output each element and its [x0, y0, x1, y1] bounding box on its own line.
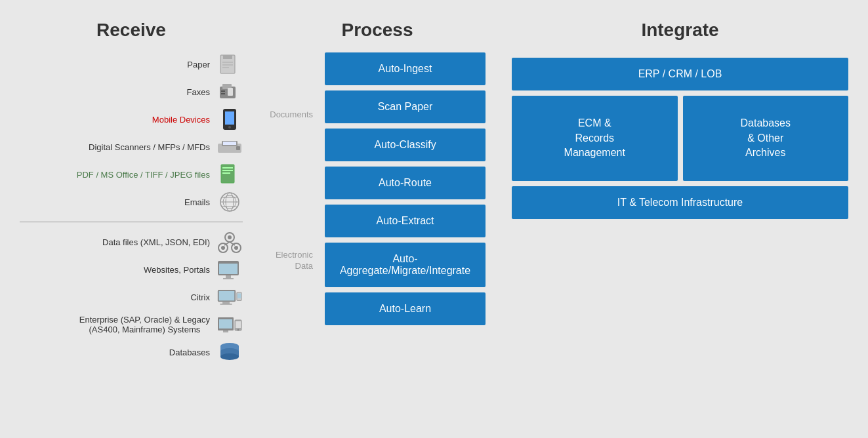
auto-extract-button[interactable]: Auto-Extract	[325, 205, 486, 237]
integrate-row-2: ECM & Records Management Databases & Oth…	[512, 96, 848, 181]
receive-item-label: PDF / MS Office / TIFF / JPEG files	[77, 170, 210, 180]
receive-items-list: Paper Faxes Mobile Devices	[20, 52, 243, 364]
svg-rect-41	[222, 302, 230, 304]
svg-rect-2	[222, 62, 233, 63]
process-title: Process	[269, 20, 486, 41]
receive-item-label: Databases	[169, 348, 210, 357]
integrate-column: Integrate ERP / CRM / LOB ECM & Records …	[499, 13, 861, 425]
svg-rect-38	[223, 278, 234, 279]
list-item: Paper	[20, 52, 243, 76]
receive-item-label: Websites, Portals	[144, 265, 210, 275]
receive-item-label: Citrix	[190, 292, 210, 302]
citrix-icon	[217, 285, 243, 309]
auto-learn-button[interactable]: Auto-Learn	[325, 292, 486, 325]
svg-rect-40	[219, 291, 235, 301]
integrate-row-3: IT & Telecom Infrastructure	[512, 186, 848, 219]
auto-classify-button[interactable]: Auto-Classify	[325, 129, 486, 161]
process-column: Process Documents Electronic Data Auto-I…	[256, 13, 499, 425]
svg-rect-16	[236, 146, 240, 150]
svg-rect-18	[222, 167, 233, 169]
svg-rect-4	[222, 67, 229, 68]
svg-rect-9	[221, 93, 225, 94]
svg-rect-49	[236, 321, 241, 328]
scanner-icon	[217, 135, 243, 159]
auto-aggregate-button[interactable]: Auto-Aggregate/Migrate/Integrate	[325, 243, 486, 287]
process-labels-side: Documents Electronic Data	[269, 52, 325, 346]
auto-ingest-button[interactable]: Auto-Ingest	[325, 52, 486, 85]
list-item: Data files (XML, JSON, EDI)	[20, 230, 243, 254]
receive-item-label: Digital Scanners / MFPs / MFDs	[89, 142, 210, 152]
it-telecom-button[interactable]: IT & Telecom Infrastructure	[512, 186, 848, 219]
main-container: Receive Paper Faxes Mobile Devices	[0, 0, 868, 438]
svg-rect-46	[219, 319, 232, 328]
svg-rect-44	[238, 294, 241, 298]
email-icon	[217, 190, 243, 214]
scan-paper-button[interactable]: Scan Paper	[325, 90, 486, 123]
svg-rect-19	[222, 170, 233, 171]
list-item: Enterprise (SAP, Oracle) & Legacy(AS400,…	[20, 313, 243, 336]
receive-item-label: Enterprise (SAP, Oracle) & Legacy(AS400,…	[79, 315, 210, 334]
list-item: Citrix	[20, 285, 243, 309]
svg-point-34	[234, 246, 238, 250]
receive-item-label: Data files (XML, JSON, EDI)	[102, 237, 210, 247]
electronic-label: Electronic Data	[276, 250, 320, 272]
svg-point-50	[238, 329, 239, 331]
svg-rect-36	[219, 264, 238, 274]
receive-item-label: Mobile Devices	[152, 115, 210, 125]
databases-archives-button[interactable]: Databases & Other Archives	[683, 96, 849, 181]
list-item: Digital Scanners / MFPs / MFDs	[20, 135, 243, 159]
mobile-icon	[217, 108, 243, 131]
list-item: Mobile Devices	[20, 108, 243, 131]
fax-icon	[217, 80, 243, 104]
svg-point-32	[228, 235, 232, 239]
svg-rect-3	[222, 64, 233, 66]
enterprise-icon	[217, 313, 243, 336]
list-item: Emails	[20, 190, 243, 214]
svg-rect-42	[220, 304, 232, 305]
receive-item-label: Faxes	[187, 87, 210, 97]
ecm-records-button[interactable]: ECM & Records Management	[512, 96, 678, 181]
process-main: Documents Electronic Data Auto-Ingest Sc…	[269, 52, 486, 346]
list-item: Databases	[20, 340, 243, 364]
websites-icon	[217, 258, 243, 281]
svg-rect-15	[223, 142, 236, 145]
receive-column: Receive Paper Faxes Mobile Devices	[7, 13, 256, 425]
svg-point-33	[221, 246, 225, 250]
svg-rect-8	[221, 90, 225, 92]
list-item: Websites, Portals	[20, 258, 243, 281]
databases-icon	[217, 340, 243, 364]
process-boxes-list: Auto-Ingest Scan Paper Auto-Classify Aut…	[325, 52, 486, 346]
svg-rect-47	[223, 330, 228, 332]
pdf-icon	[217, 163, 243, 186]
svg-rect-20	[222, 172, 230, 174]
list-item: Faxes	[20, 80, 243, 104]
integrate-title: Integrate	[512, 20, 848, 41]
documents-label: Documents	[270, 110, 320, 121]
paper-icon	[217, 52, 243, 76]
svg-rect-37	[226, 275, 231, 278]
svg-rect-7	[228, 88, 233, 96]
erp-crm-lob-button[interactable]: ERP / CRM / LOB	[512, 58, 848, 90]
receive-item-label: Paper	[187, 60, 210, 70]
datafiles-icon	[217, 230, 243, 254]
svg-rect-11	[225, 111, 234, 125]
auto-route-button[interactable]: Auto-Route	[325, 167, 486, 199]
svg-point-12	[228, 126, 231, 129]
receive-title: Receive	[20, 20, 243, 41]
svg-rect-1	[223, 55, 232, 59]
integrate-boxes-list: ERP / CRM / LOB ECM & Records Management…	[512, 58, 848, 219]
divider	[20, 222, 243, 222]
receive-item-label: Emails	[184, 197, 210, 207]
list-item: PDF / MS Office / TIFF / JPEG files	[20, 163, 243, 186]
integrate-row-1: ERP / CRM / LOB	[512, 58, 848, 90]
svg-point-55	[220, 353, 239, 360]
